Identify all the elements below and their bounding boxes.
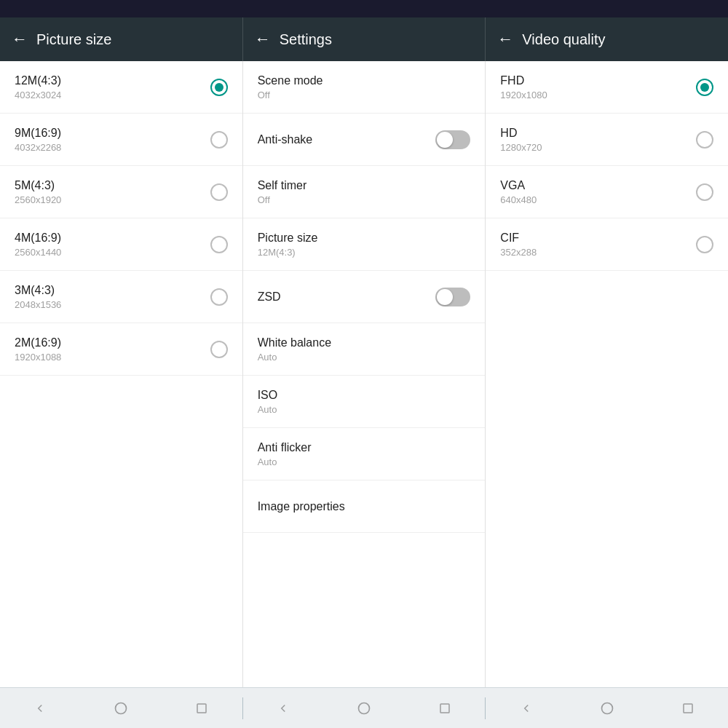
item-sublabel: 1920x1080 <box>500 90 547 100</box>
list-item[interactable]: 9M(16:9) 4032x2268 <box>0 114 242 166</box>
settings-panel: Scene mode Off Anti-shake Self timer Off… <box>243 61 486 687</box>
back-icon-settings[interactable]: ← <box>255 30 271 49</box>
list-item[interactable]: Picture size 12M(4:3) <box>243 218 486 271</box>
item-text: Self timer Off <box>258 179 307 205</box>
home-nav-icon[interactable] <box>597 698 617 719</box>
item-label: Picture size <box>258 232 318 245</box>
item-sublabel: 1920x1088 <box>15 352 61 363</box>
item-text: HD 1280x720 <box>500 127 542 153</box>
item-sublabel: 2560x1920 <box>15 194 61 205</box>
list-item[interactable]: White balance Auto <box>243 323 486 376</box>
header-settings: ← Settings <box>243 30 486 49</box>
item-label: 3M(4:3) <box>15 284 61 297</box>
item-text: Anti-shake <box>258 133 313 146</box>
list-item[interactable]: Self timer Off <box>243 166 486 218</box>
item-label: White balance <box>258 336 331 349</box>
zsd-toggle[interactable] <box>435 288 470 306</box>
list-item[interactable]: 12M(4:3) 4032x3024 <box>0 61 242 114</box>
recents-nav-icon[interactable] <box>435 698 455 719</box>
main-content: 12M(4:3) 4032x3024 9M(16:9) 4032x2268 5M… <box>0 61 728 687</box>
item-label: Anti-shake <box>258 133 313 146</box>
item-sublabel: Auto <box>258 456 312 467</box>
item-label: 12M(4:3) <box>15 74 61 87</box>
item-label: ZSD <box>258 290 281 304</box>
radio-button[interactable] <box>696 79 713 96</box>
item-label: Anti flicker <box>258 441 312 454</box>
radio-button[interactable] <box>210 183 228 201</box>
recents-nav-icon[interactable] <box>678 698 698 719</box>
radio-button[interactable] <box>210 131 228 149</box>
item-label: 9M(16:9) <box>15 127 61 140</box>
video-quality-panel: FHD 1920x1080 HD 1280x720 VGA 640x480 CI… <box>486 61 728 687</box>
svg-rect-5 <box>684 704 692 713</box>
item-text: Image properties <box>258 500 345 513</box>
item-sublabel: 1280x720 <box>500 142 542 153</box>
item-label: VGA <box>500 179 537 192</box>
radio-button[interactable] <box>696 183 713 201</box>
item-sublabel: 640x480 <box>500 194 537 205</box>
radio-button[interactable] <box>210 236 228 253</box>
radio-button[interactable] <box>696 131 713 149</box>
list-item[interactable]: Anti-shake <box>243 114 486 166</box>
radio-button[interactable] <box>210 79 228 96</box>
item-text: White balance Auto <box>258 336 331 363</box>
item-text: CIF 352x288 <box>500 232 537 258</box>
back-nav-icon[interactable] <box>516 698 537 719</box>
item-sublabel: 2560x1440 <box>15 247 61 258</box>
item-label: Self timer <box>258 179 307 192</box>
list-item[interactable]: 4M(16:9) 2560x1440 <box>0 218 242 271</box>
header-title-video-quality: Video quality <box>522 31 605 48</box>
list-item[interactable]: FHD 1920x1080 <box>486 61 728 114</box>
list-item[interactable]: 3M(4:3) 2048x1536 <box>0 271 242 323</box>
header-picture-size: ← Picture size <box>0 30 242 49</box>
item-text: Scene mode Off <box>258 74 323 100</box>
header-title-picture-size: Picture size <box>36 31 111 48</box>
list-item[interactable]: 5M(4:3) 2560x1920 <box>0 166 242 218</box>
recents-nav-icon[interactable] <box>191 698 212 719</box>
back-nav-icon[interactable] <box>273 698 293 719</box>
item-sublabel: 352x288 <box>500 247 537 258</box>
list-item[interactable]: 2M(16:9) 1920x1088 <box>0 323 242 376</box>
anti-shake-toggle[interactable] <box>435 130 470 149</box>
item-label: CIF <box>500 232 537 245</box>
list-item[interactable]: Scene mode Off <box>243 61 486 114</box>
svg-rect-3 <box>440 704 449 713</box>
list-item[interactable]: VGA 640x480 <box>486 166 728 218</box>
item-label: 4M(16:9) <box>15 232 61 245</box>
nav-section-2 <box>243 698 486 719</box>
item-label: ISO <box>258 389 278 402</box>
picture-size-panel: 12M(4:3) 4032x3024 9M(16:9) 4032x2268 5M… <box>0 61 243 687</box>
list-item[interactable]: Anti flicker Auto <box>243 428 486 480</box>
app-header: ← Picture size ← Settings ← Video qualit… <box>0 17 728 61</box>
item-sublabel: 4032x3024 <box>15 90 61 100</box>
item-text: Picture size 12M(4:3) <box>258 232 318 258</box>
svg-point-4 <box>601 703 612 713</box>
nav-section-1 <box>0 698 242 719</box>
list-item[interactable]: Image properties <box>243 480 486 533</box>
item-sublabel: Auto <box>258 352 331 363</box>
item-text: ISO Auto <box>258 389 278 415</box>
item-label: 5M(4:3) <box>15 179 61 192</box>
nav-bar <box>0 687 728 728</box>
item-text: 12M(4:3) 4032x3024 <box>15 74 61 100</box>
item-text: 9M(16:9) 4032x2268 <box>15 127 61 153</box>
item-text: 4M(16:9) 2560x1440 <box>15 232 61 258</box>
item-sublabel: Auto <box>258 404 278 415</box>
item-sublabel: Off <box>258 194 307 205</box>
home-nav-icon[interactable] <box>111 698 131 719</box>
item-text: FHD 1920x1080 <box>500 74 547 100</box>
back-icon-video-quality[interactable]: ← <box>497 30 513 49</box>
item-label: 2M(16:9) <box>15 336 61 349</box>
list-item[interactable]: ISO Auto <box>243 376 486 428</box>
item-text: Anti flicker Auto <box>258 441 312 467</box>
radio-button[interactable] <box>210 341 228 358</box>
list-item[interactable]: CIF 352x288 <box>486 218 728 271</box>
svg-point-0 <box>116 703 127 713</box>
list-item[interactable]: ZSD <box>243 271 486 323</box>
radio-button[interactable] <box>210 288 228 306</box>
radio-button[interactable] <box>696 236 713 253</box>
back-nav-icon[interactable] <box>30 698 50 719</box>
home-nav-icon[interactable] <box>354 698 374 719</box>
list-item[interactable]: HD 1280x720 <box>486 114 728 166</box>
back-icon-picture-size[interactable]: ← <box>12 30 28 49</box>
